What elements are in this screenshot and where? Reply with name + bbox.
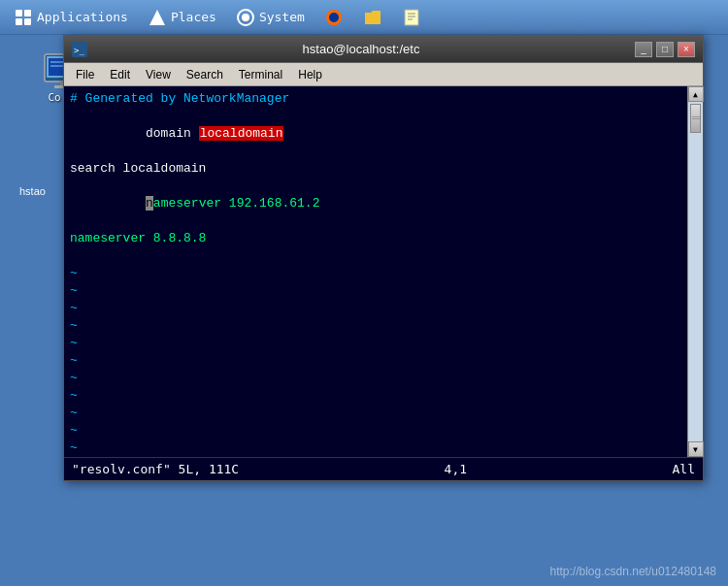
scroll-down-arrow[interactable]: ▼: [688, 441, 704, 457]
tilde-2: ~: [70, 282, 681, 300]
folder-button[interactable]: [357, 6, 388, 29]
editor-line-1: # Generated by NetworkManager: [70, 90, 681, 108]
editor-icon: [402, 8, 421, 27]
editor-content[interactable]: # Generated by NetworkManager domain loc…: [64, 86, 687, 457]
tilde-8: ~: [70, 387, 681, 405]
editor-line-5: nameserver 8.8.8.8: [70, 230, 681, 247]
terminal-window: >_ hstao@localhost:/etc _ □ × File Edit …: [63, 35, 704, 481]
close-button[interactable]: ×: [678, 42, 695, 57]
window-controls: _ □ ×: [635, 42, 695, 57]
editor-line-3: search localdomain: [70, 160, 681, 178]
svg-rect-3: [24, 18, 31, 25]
folder-icon: [363, 8, 382, 27]
system-icon: [236, 8, 255, 27]
terminal-menubar: File Edit View Search Terminal Help: [64, 63, 703, 86]
firefox-icon: [324, 8, 344, 27]
localdomain-highlight: localdomain: [199, 126, 284, 141]
svg-rect-2: [16, 18, 22, 25]
menu-search[interactable]: Search: [179, 66, 231, 83]
scrollbar-thumb[interactable]: [690, 104, 701, 133]
system-menu[interactable]: System: [230, 6, 311, 29]
applications-menu[interactable]: Applications: [8, 6, 134, 29]
hstao-label: hstao: [19, 185, 46, 197]
menu-terminal[interactable]: Terminal: [231, 66, 290, 83]
editor-line-4: nameserver 192.168.61.2: [70, 178, 681, 230]
places-menu[interactable]: Places: [142, 6, 222, 29]
tilde-4: ~: [70, 317, 681, 335]
svg-text:>_: >_: [74, 46, 84, 55]
maximize-button[interactable]: □: [656, 42, 674, 57]
watermark: http://blog.csdn.net/u012480148: [550, 565, 716, 578]
menu-file[interactable]: File: [68, 66, 102, 83]
tilde-6: ~: [70, 352, 681, 370]
tilde-11: ~: [70, 440, 681, 457]
taskbar: Applications Places System: [0, 0, 728, 35]
menu-help[interactable]: Help: [290, 66, 330, 83]
menu-view[interactable]: View: [138, 66, 179, 83]
desktop: Co... hstao >_ hstao@localhost:/etc _ □ …: [0, 35, 728, 586]
scroll-up-arrow[interactable]: ▲: [688, 86, 704, 102]
editor-line-6: [70, 247, 681, 265]
svg-rect-1: [24, 10, 31, 16]
menu-edit[interactable]: Edit: [102, 66, 138, 83]
places-label: Places: [171, 10, 216, 24]
svg-point-7: [329, 13, 339, 22]
terminal-title: hstao@localhost:/etc: [87, 42, 635, 56]
statusbar-position: 4,1: [445, 462, 467, 476]
svg-point-4: [242, 14, 249, 21]
apps-icon: [14, 8, 33, 27]
tilde-3: ~: [70, 300, 681, 317]
scrollbar-track[interactable]: [688, 102, 703, 441]
firefox-button[interactable]: [318, 6, 349, 29]
svg-rect-8: [405, 10, 418, 25]
statusbar-filename: "resolv.conf" 5L, 111C: [72, 462, 239, 476]
tilde-5: ~: [70, 335, 681, 352]
cursor-position: n: [146, 196, 153, 211]
terminal-small-icon: >_: [72, 42, 87, 57]
editor-button[interactable]: [396, 6, 427, 29]
terminal-titlebar: >_ hstao@localhost:/etc _ □ ×: [64, 36, 703, 63]
applications-label: Applications: [37, 10, 128, 24]
vim-statusbar: "resolv.conf" 5L, 111C 4,1 All: [64, 457, 703, 480]
statusbar-scroll: All: [673, 462, 695, 476]
places-icon: [148, 8, 167, 27]
system-label: System: [259, 10, 305, 24]
tilde-10: ~: [70, 422, 681, 440]
vertical-scrollbar[interactable]: ▲ ▼: [687, 86, 703, 457]
editor-area: # Generated by NetworkManager domain loc…: [64, 86, 703, 457]
editor-line-2: domain localdomain: [70, 108, 681, 160]
tilde-9: ~: [70, 405, 681, 422]
tilde-7: ~: [70, 370, 681, 387]
scrollbar-grip: [692, 116, 700, 120]
svg-rect-0: [16, 10, 22, 16]
minimize-button[interactable]: _: [635, 42, 652, 57]
tilde-1: ~: [70, 265, 681, 282]
